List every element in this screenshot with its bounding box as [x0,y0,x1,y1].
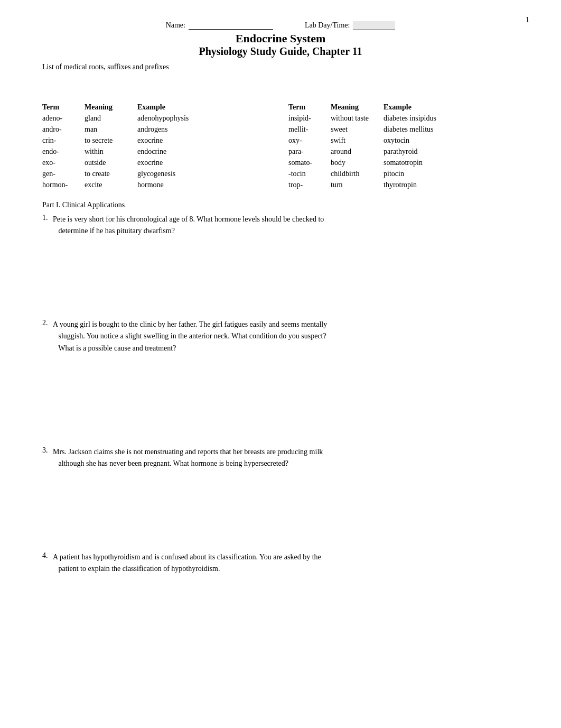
left-meaning-row-1: man [85,124,127,135]
left-meaning-col: Meaning gland man to secrete within outs… [85,103,137,190]
left-meaning-row-0: gland [85,113,127,124]
name-field: Name: [166,21,273,30]
lab-input[interactable] [353,21,395,30]
question-1-number: 1. [42,214,53,222]
table-divider [273,103,288,190]
right-meaning-row-4: body [331,157,373,168]
left-example-col: Example adenohypophysis androgens exocri… [137,103,211,190]
question-3-block: 3. Mrs. Jackson claims she is not menstr… [42,446,519,546]
right-term-row-4: somato- [288,157,320,168]
lab-field: Lab Day/Time: [305,21,395,30]
left-meaning-row-4: outside [85,157,127,168]
right-meaning-row-5: childbirth [331,168,373,179]
right-meaning-col: Meaning without taste sweet swift around… [331,103,384,190]
right-term-row-1: mellit- [288,124,320,135]
question-3-text: Mrs. Jackson claims she is not menstruat… [53,446,519,470]
question-1-answer-space [42,239,519,314]
right-example-row-1: diabetes mellitus [384,124,447,135]
right-term-row-5: -tocin [288,168,320,179]
left-term-row-1: andro- [42,124,74,135]
left-meaning-row-3: within [85,146,127,157]
left-example-row-0: adenohypophysis [137,113,201,124]
right-meaning-row-2: swift [331,135,373,146]
left-meaning-row-5: to create [85,168,127,179]
right-term-row-6: trop- [288,179,320,190]
question-1-line: 1. Pete is very short for his chronologi… [42,214,519,237]
question-4-line: 4. A patient has hypothyroidism and is c… [42,551,519,575]
question-4-block: 4. A patient has hypothyroidism and is c… [42,551,519,575]
right-term-row-0: insipid- [288,113,320,124]
right-example-row-6: thyrotropin [384,179,447,190]
term-table: Term adeno- andro- crin- endo- exo- gen-… [42,103,519,190]
left-example-row-4: exocrine [137,157,201,168]
right-example-row-3: parathyroid [384,146,447,157]
left-example-row-2: exocrine [137,135,201,146]
right-term-row-2: oxy- [288,135,320,146]
left-meaning-row-6: excite [85,179,127,190]
right-meaning-row-6: turn [331,179,373,190]
right-term-col: Term insipid- mellit- oxy- para- somato-… [288,103,331,190]
question-2-number: 2. [42,319,53,327]
question-3-line: 3. Mrs. Jackson claims she is not menstr… [42,446,519,470]
right-meaning-row-1: sweet [331,124,373,135]
part1-section: Part I. Clinical Applications 1. Pete is… [42,201,519,575]
right-example-row-2: oxytocin [384,135,447,146]
question-1-text: Pete is very short for his chronological… [53,214,519,237]
question-3-number: 3. [42,446,53,455]
term-table-section: Term adeno- andro- crin- endo- exo- gen-… [42,103,519,190]
question-4-text: A patient has hypothyroidism and is conf… [53,551,519,575]
right-term-header: Term [288,103,320,112]
title2: Physiology Study Guide, Chapter 11 [42,45,519,58]
left-term-row-2: crin- [42,135,74,146]
right-example-row-0: diabetes insipidus [384,113,447,124]
right-meaning-row-0: without taste [331,113,373,124]
question-2-answer-space [42,356,519,441]
subtitle: List of medical roots, suffixes and pref… [42,63,519,71]
right-term-row-3: para- [288,146,320,157]
right-example-col: Example diabetes insipidus diabetes mell… [384,103,457,190]
right-example-header: Example [384,103,447,112]
right-meaning-header: Meaning [331,103,373,112]
left-term-col: Term adeno- andro- crin- endo- exo- gen-… [42,103,85,190]
question-3-answer-space [42,472,519,546]
question-2-text: A young girl is bought to the clinic by … [53,319,519,354]
part1-title: Part I. Clinical Applications [42,201,519,209]
left-term-row-0: adeno- [42,113,74,124]
left-meaning-header: Meaning [85,103,127,112]
question-2-line: 2. A young girl is bought to the clinic … [42,319,519,354]
name-input[interactable] [189,21,273,30]
right-example-row-4: somatotropin [384,157,447,168]
title1: Endocrine System [42,32,519,45]
page: 1 Name: Lab Day/Time: Endocrine System P… [0,0,561,728]
left-term-row-6: hormon- [42,179,74,190]
page-number: 1 [526,16,529,24]
lab-label: Lab Day/Time: [305,21,350,30]
right-meaning-row-3: around [331,146,373,157]
left-meaning-row-2: to secrete [85,135,127,146]
left-term-header: Term [42,103,74,112]
right-table-group: Term insipid- mellit- oxy- para- somato-… [288,103,519,190]
left-example-row-5: glycogenesis [137,168,201,179]
question-1-block: 1. Pete is very short for his chronologi… [42,214,519,314]
question-4-number: 4. [42,551,53,560]
left-term-row-3: endo- [42,146,74,157]
left-example-row-3: endocrine [137,146,201,157]
right-example-row-5: pitocin [384,168,447,179]
left-term-row-4: exo- [42,157,74,168]
name-label: Name: [166,21,185,30]
left-example-header: Example [137,103,201,112]
left-table-group: Term adeno- andro- crin- endo- exo- gen-… [42,103,273,190]
header-section: Name: Lab Day/Time: Endocrine System Phy… [42,21,519,58]
name-line: Name: Lab Day/Time: [42,21,519,30]
left-term-row-5: gen- [42,168,74,179]
question-2-block: 2. A young girl is bought to the clinic … [42,319,519,441]
left-example-row-1: androgens [137,124,201,135]
left-example-row-6: hormone [137,179,201,190]
